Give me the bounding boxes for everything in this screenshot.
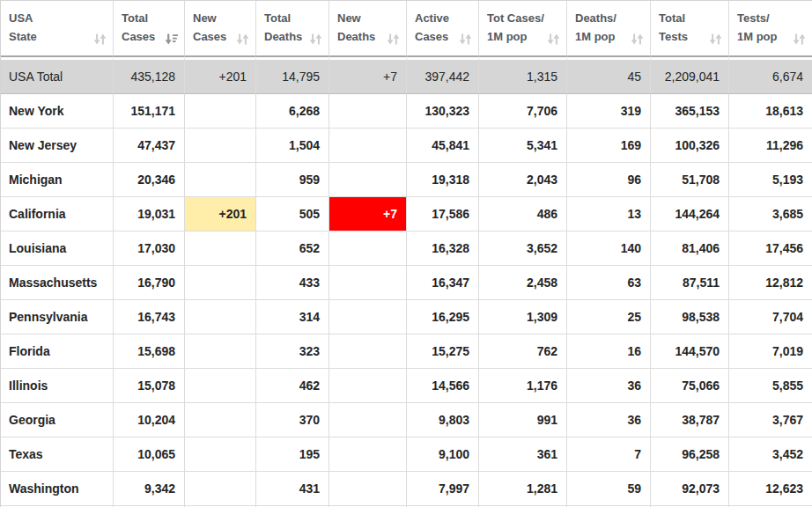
cell-new-cases	[184, 129, 255, 163]
column-header-line2: Tests	[659, 30, 688, 43]
sort-unsorted-icon	[459, 33, 472, 45]
column-header-state[interactable]: USAState	[1, 1, 113, 57]
cell-total-cases: 16,790	[113, 266, 184, 300]
sort-unsorted-icon	[387, 33, 400, 45]
sort-unsorted-icon	[709, 33, 722, 45]
cell-new-deaths	[328, 472, 406, 506]
cell-tests-1m: 7,019	[728, 334, 812, 369]
cell-tests-1m: 18,613	[728, 94, 812, 129]
sort-unsorted-icon	[236, 33, 249, 45]
column-header-line1: Total	[659, 11, 685, 25]
cell-deaths-1m: 319	[566, 94, 650, 129]
cell-new-cases	[184, 472, 255, 506]
column-header-line2: Cases	[193, 30, 226, 43]
cell-tests-1m: 6,674	[728, 57, 812, 94]
cell-active-cases: 16,328	[406, 231, 478, 266]
column-header-new-cases[interactable]: NewCases	[184, 1, 255, 57]
cell-state: Louisiana	[1, 231, 113, 266]
state-row-texas: Texas10,0651959,100361796,2583,452	[1, 437, 812, 472]
cell-tot-cases-1m: 7,706	[478, 94, 566, 129]
cell-new-cases	[184, 334, 255, 369]
cell-deaths-1m: 36	[566, 403, 650, 437]
column-header-line2: 1M pop	[575, 30, 616, 43]
cell-total-cases: 435,128	[113, 57, 184, 94]
column-header-line1: USA	[9, 11, 33, 25]
cell-new-deaths: +7	[328, 57, 406, 94]
column-header-line1: Tot Cases/	[487, 11, 544, 25]
state-row-new-york: New York151,1716,268130,3237,706319365,1…	[1, 94, 812, 129]
cell-new-cases	[184, 163, 255, 197]
column-header-new-deaths[interactable]: NewDeaths	[328, 1, 406, 57]
cell-state: Texas	[1, 437, 113, 472]
column-header-line1: Total	[122, 11, 148, 25]
cell-new-deaths	[328, 94, 406, 129]
column-header-label: Deaths/1M pop	[575, 11, 616, 43]
cell-active-cases: 7,997	[406, 472, 478, 506]
covid-states-table: USAState TotalCases NewCases TotalDeaths	[0, 0, 812, 507]
cell-new-deaths	[328, 403, 406, 437]
cell-new-deaths	[328, 369, 406, 403]
cell-deaths-1m: 16	[566, 334, 650, 369]
column-header-active-cases[interactable]: ActiveCases	[406, 1, 478, 57]
column-header-line1: Active	[415, 11, 449, 25]
cell-active-cases: 130,323	[406, 94, 478, 129]
state-row-washington: Washington9,3424317,9971,2815992,07312,6…	[1, 472, 812, 506]
cell-total-cases: 151,171	[113, 94, 184, 129]
cell-total-cases: 15,078	[113, 369, 184, 403]
cell-total-deaths: 505	[255, 197, 328, 231]
cell-active-cases: 397,442	[406, 57, 478, 94]
cell-tests-1m: 17,456	[728, 231, 812, 266]
cell-total-deaths: 433	[255, 266, 328, 300]
column-header-label: Tests/1M pop	[737, 11, 778, 43]
cell-new-deaths	[328, 129, 406, 163]
column-header-label: TotalCases	[122, 11, 155, 43]
cell-tests-1m: 12,623	[728, 472, 812, 506]
cell-new-deaths	[328, 231, 406, 266]
cell-total-tests: 87,511	[650, 266, 728, 300]
cell-active-cases: 14,566	[406, 369, 478, 403]
cell-active-cases: 9,803	[406, 403, 478, 437]
cell-state: Pennsylvania	[1, 300, 113, 334]
cell-total-cases: 47,437	[113, 129, 184, 163]
cell-deaths-1m: 36	[566, 369, 650, 403]
cell-state: New York	[1, 94, 113, 129]
cell-state: Massachusetts	[1, 266, 113, 300]
cell-active-cases: 16,347	[406, 266, 478, 300]
cell-tot-cases-1m: 762	[478, 334, 566, 369]
column-header-tot-cases-1m[interactable]: Tot Cases/1M pop	[478, 1, 566, 57]
cell-tot-cases-1m: 991	[478, 403, 566, 437]
cell-active-cases: 15,275	[406, 334, 478, 369]
cell-active-cases: 9,100	[406, 437, 478, 472]
cell-total-tests: 100,326	[650, 129, 728, 163]
column-header-tests-1m[interactable]: Tests/1M pop	[728, 1, 812, 57]
cell-total-deaths: 14,795	[255, 57, 328, 94]
cell-state: USA Total	[1, 57, 113, 94]
column-header-line1: Tests/	[737, 11, 770, 25]
column-header-deaths-1m[interactable]: Deaths/1M pop	[566, 1, 650, 57]
cell-deaths-1m: 45	[566, 57, 650, 94]
cell-total-tests: 51,708	[650, 163, 728, 197]
cell-total-deaths: 462	[255, 369, 328, 403]
state-row-new-jersey: New Jersey47,4371,50445,8415,341169100,3…	[1, 129, 812, 163]
cell-total-tests: 98,538	[650, 300, 728, 334]
cell-total-deaths: 370	[255, 403, 328, 437]
cell-total-tests: 2,209,041	[650, 57, 728, 94]
table-header-row: USAState TotalCases NewCases TotalDeaths	[1, 1, 812, 57]
cell-tot-cases-1m: 361	[478, 437, 566, 472]
column-header-total-cases[interactable]: TotalCases	[113, 1, 184, 57]
cell-total-cases: 9,342	[113, 472, 184, 506]
cell-state: Illinois	[1, 369, 113, 403]
cell-new-deaths	[328, 334, 406, 369]
cell-total-cases: 16,743	[113, 300, 184, 334]
column-header-total-deaths[interactable]: TotalDeaths	[255, 1, 328, 57]
sort-unsorted-icon	[93, 33, 107, 45]
cell-deaths-1m: 7	[566, 437, 650, 472]
cell-state: Michigan	[1, 163, 113, 197]
cell-total-cases: 19,031	[113, 197, 184, 231]
cell-deaths-1m: 169	[566, 129, 650, 163]
state-row-california: California19,031+201505+717,58648613144,…	[1, 197, 812, 231]
column-header-total-tests[interactable]: TotalTests	[650, 1, 728, 57]
cell-new-deaths	[328, 300, 406, 334]
cell-total-tests: 75,066	[650, 369, 728, 403]
column-header-label: TotalTests	[659, 11, 688, 43]
